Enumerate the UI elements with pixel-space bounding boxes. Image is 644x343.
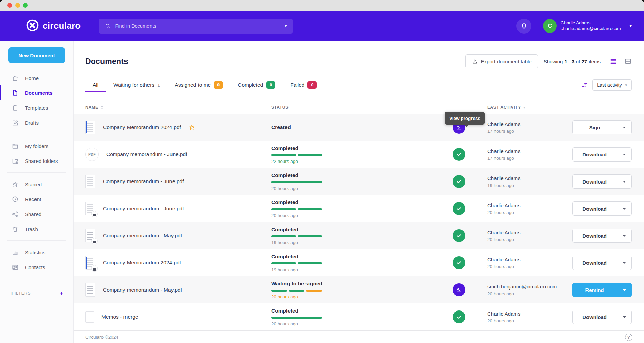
table-row[interactable]: Company memorandum - June.pdf Completed …	[74, 168, 644, 195]
sidebar-item-trash[interactable]: Trash	[0, 221, 73, 236]
page-title: Documents	[85, 57, 128, 66]
export-table-button[interactable]: Export document table	[465, 54, 538, 68]
row-action-dropdown[interactable]	[617, 283, 631, 297]
row-action-button[interactable]: Download	[573, 175, 617, 188]
last-activity-time: 17 hours ago	[487, 129, 572, 134]
status-time: 20 hours ago	[271, 294, 445, 299]
close-window-button[interactable]	[7, 3, 12, 8]
tab-completed[interactable]: Completed 0	[230, 78, 283, 92]
sidebar-item-recent[interactable]: Recent	[0, 192, 73, 207]
document-icon	[12, 89, 19, 97]
user-menu[interactable]: C Charlie Adams charlie.adams@circularo.…	[543, 19, 632, 33]
tab-assigned-to-me[interactable]: Assigned to me 0	[167, 78, 230, 92]
sidebar-item-statistics[interactable]: Statistics	[0, 245, 73, 260]
app-logo[interactable]: circularo	[26, 19, 81, 34]
brand-name: circularo	[43, 21, 81, 31]
column-header-name[interactable]: NAME	[85, 105, 271, 110]
row-action-button[interactable]: Sign	[573, 121, 617, 134]
progress-marker-button[interactable]	[453, 175, 465, 188]
row-action-dropdown[interactable]	[617, 121, 631, 134]
search-input[interactable]	[115, 23, 281, 29]
row-action-button[interactable]: Download	[573, 229, 617, 242]
sidebar-item-contacts[interactable]: Contacts	[0, 260, 73, 275]
document-name[interactable]: Company memorandum - June.pdf	[103, 206, 184, 212]
document-name[interactable]: Company Memorandum 2024.pdf	[103, 124, 181, 130]
table-row[interactable]: Company memorandum - May.pdf Completed 1…	[74, 222, 644, 249]
contact-card-icon	[12, 264, 19, 271]
row-action-button[interactable]: Download	[573, 148, 617, 161]
document-name[interactable]: Company memorandum - June.pdf	[106, 151, 187, 157]
clock-icon	[12, 196, 19, 203]
search-bar[interactable]: ▾	[99, 19, 293, 34]
row-action-button[interactable]: Download	[573, 256, 617, 270]
progress-bar	[271, 235, 322, 237]
document-name[interactable]: Company Memorandum 2024.pdf	[103, 260, 181, 266]
row-action: Sign	[572, 120, 632, 134]
row-action-button[interactable]: Download	[573, 310, 617, 324]
tab-waiting-for-others[interactable]: Waiting for others 1	[106, 78, 167, 92]
minimize-window-button[interactable]	[15, 3, 20, 8]
sort-field-dropdown[interactable]: Last activity ▾	[592, 79, 632, 91]
progress-marker-button[interactable]	[453, 202, 465, 215]
fullscreen-window-button[interactable]	[23, 3, 28, 8]
sidebar-item-label: Recent	[25, 196, 41, 202]
row-action-button[interactable]: Remind	[573, 283, 617, 297]
sidebar-item-my-folders[interactable]: My folders	[0, 138, 73, 153]
progress-marker-button[interactable]	[453, 283, 465, 296]
row-action-dropdown[interactable]	[617, 202, 631, 215]
sidebar-item-home[interactable]: Home	[0, 70, 73, 85]
list-view-button[interactable]	[610, 58, 617, 65]
sidebar-item-documents[interactable]: Documents	[0, 85, 73, 100]
signature-icon	[455, 124, 463, 131]
help-button[interactable]: ?	[625, 334, 632, 341]
status-label: Created	[271, 124, 445, 130]
row-action-dropdown[interactable]	[617, 175, 631, 188]
sidebar-item-label: Home	[25, 75, 39, 81]
row-action-dropdown[interactable]	[617, 148, 631, 161]
column-header-last-activity[interactable]: LAST ACTIVITY ▾	[473, 105, 572, 110]
row-action-button[interactable]: Download	[573, 202, 617, 215]
progress-marker-button[interactable]	[453, 310, 465, 323]
sidebar-item-shared-folders[interactable]: Shared folders	[0, 153, 73, 168]
view-progress-tooltip: View progress	[445, 112, 485, 125]
search-scope-dropdown-icon[interactable]: ▾	[281, 23, 287, 28]
row-action: Download	[572, 229, 632, 243]
table-row[interactable]: Company Memorandum 2024.pdf Completed 19…	[74, 249, 644, 276]
row-action-dropdown[interactable]	[617, 229, 631, 242]
sidebar-item-shared[interactable]: Shared	[0, 207, 73, 221]
table-row[interactable]: Company memorandum - June.pdf Completed …	[74, 195, 644, 222]
document-name[interactable]: Company memorandum - May.pdf	[103, 233, 182, 239]
sort-direction-button[interactable]	[581, 82, 588, 89]
row-action: Download	[572, 201, 632, 216]
tab-failed[interactable]: Failed 0	[283, 78, 324, 92]
add-filter-button[interactable]: +	[60, 290, 63, 296]
new-document-button[interactable]: New Document	[8, 47, 65, 63]
column-header-status[interactable]: STATUS	[271, 105, 445, 110]
sidebar-item-templates[interactable]: Templates	[0, 100, 73, 115]
circularo-logo-icon	[26, 19, 39, 34]
progress-marker-button[interactable]	[453, 256, 465, 269]
document-name[interactable]: Memos - merge	[101, 314, 138, 320]
status-label: Completed	[271, 308, 445, 314]
progress-marker-button[interactable]	[453, 229, 465, 242]
notifications-button[interactable]	[516, 19, 531, 34]
table-row[interactable]: PDF Company memorandum - June.pdf Comple…	[74, 141, 644, 168]
document-name[interactable]: Company memorandum - May.pdf	[103, 287, 182, 293]
progress-marker-button[interactable]	[453, 148, 465, 161]
row-action-dropdown[interactable]	[617, 256, 631, 270]
sidebar-item-starred[interactable]: Starred	[0, 177, 73, 192]
document-thumbnail	[85, 121, 95, 134]
star-icon[interactable]	[188, 124, 196, 131]
table-row[interactable]: Company Memorandum 2024.pdf Created View…	[74, 114, 644, 141]
table-row[interactable]: Company memorandum - May.pdf Waiting to …	[74, 276, 644, 303]
last-activity-actor: Charlie Adams	[487, 148, 572, 154]
document-name[interactable]: Company memorandum - June.pdf	[103, 178, 184, 185]
grid-view-button[interactable]	[624, 58, 632, 65]
row-action-dropdown[interactable]	[617, 310, 631, 324]
tab-badge: 0	[307, 81, 317, 89]
tab-all[interactable]: All	[85, 78, 106, 92]
table-row[interactable]: Memos - merge Completed 20 hours ago	[74, 303, 644, 330]
sidebar-item-drafts[interactable]: Drafts	[0, 115, 73, 130]
sidebar: New Document Home Documents Templates Dr…	[0, 41, 74, 343]
status-label: Waiting to be signed	[271, 281, 445, 287]
